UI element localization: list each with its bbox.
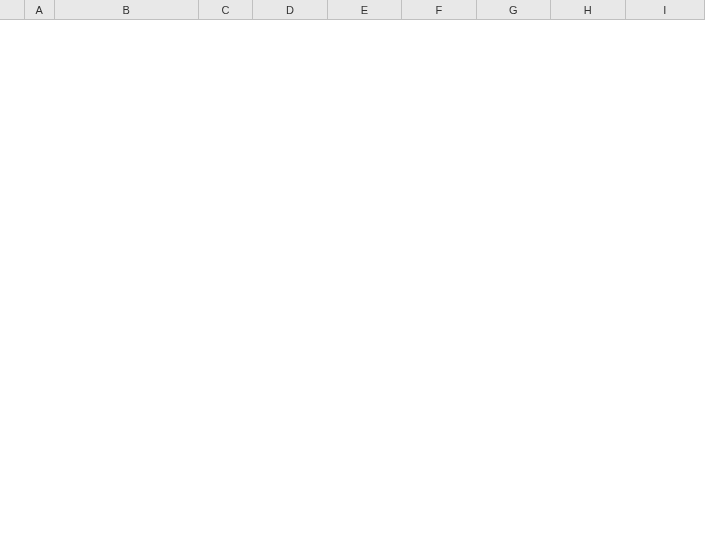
spreadsheet: ABCDEFGHI bbox=[0, 0, 705, 556]
col-header-I[interactable]: I bbox=[626, 0, 705, 19]
col-header-B[interactable]: B bbox=[55, 0, 199, 19]
col-header-G[interactable]: G bbox=[477, 0, 551, 19]
col-header-A[interactable]: A bbox=[25, 0, 55, 19]
col-header-F[interactable]: F bbox=[402, 0, 476, 19]
select-all-corner[interactable] bbox=[0, 0, 25, 19]
col-header-E[interactable]: E bbox=[328, 0, 402, 19]
col-header-D[interactable]: D bbox=[253, 0, 327, 19]
col-header-C[interactable]: C bbox=[199, 0, 254, 19]
column-headers: ABCDEFGHI bbox=[0, 0, 705, 20]
col-header-H[interactable]: H bbox=[551, 0, 625, 19]
